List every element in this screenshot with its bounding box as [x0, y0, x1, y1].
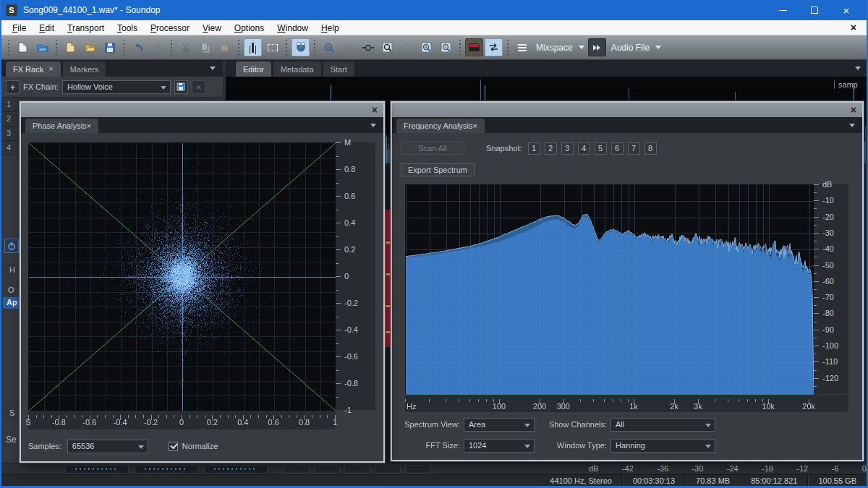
menu-bar: FileEditTransportToolsProcessorViewOptio… — [1, 20, 867, 35]
mixspace-icon-button[interactable] — [513, 38, 531, 56]
save-button[interactable] — [101, 38, 119, 56]
snapshot-button[interactable]: 5 — [595, 142, 607, 155]
phase-dialog-titlebar[interactable]: × — [21, 103, 383, 117]
mixspace-caret-icon[interactable] — [579, 46, 584, 49]
delete-fx-chain-button[interactable]: × — [192, 80, 205, 94]
tab-frequency-analysis[interactable]: Frequency Analysis × — [396, 119, 485, 133]
tab-fx-rack[interactable]: FX Rack × — [6, 61, 61, 77]
snapshot-button[interactable]: 6 — [611, 142, 624, 155]
minimize-button[interactable] — [767, 0, 799, 20]
hidden-selected-item-fragment[interactable]: Ap — [3, 297, 19, 309]
toolbar-separator — [171, 40, 172, 56]
hidden-panel-tab-fragment-2[interactable]: S — [3, 406, 19, 419]
window-type-select[interactable]: Hanning — [610, 439, 715, 453]
zoom-full-button[interactable] — [378, 38, 396, 56]
transport-button[interactable] — [405, 465, 431, 474]
copy-button[interactable] — [196, 38, 214, 56]
panel-menu-caret-icon[interactable] — [210, 67, 216, 70]
tab-editor[interactable]: Editor — [236, 61, 271, 77]
snapshot-button[interactable]: 7 — [628, 142, 640, 155]
hidden-list-item-fragment[interactable]: O — [3, 286, 17, 294]
spectrum-view-select[interactable]: Area — [464, 418, 535, 432]
tab-frequency-analysis-close-icon[interactable]: × — [472, 121, 477, 130]
audio-file-icon-button[interactable] — [588, 38, 606, 56]
maximize-button[interactable] — [799, 0, 830, 20]
tab-fx-rack-close-icon[interactable]: × — [48, 65, 53, 73]
selection-time-box[interactable] — [65, 465, 129, 474]
freq-dialog-titlebar[interactable]: × — [392, 103, 862, 117]
close-button[interactable]: × — [830, 0, 862, 20]
redo-button[interactable] — [148, 38, 166, 56]
hidden-panel-tab-fragment[interactable]: H — [3, 263, 19, 276]
axis-tick-label: -100 — [822, 341, 838, 350]
mixspace-label[interactable]: Mixspace — [536, 43, 573, 53]
fft-size-select[interactable]: 1024 — [464, 439, 535, 453]
editor-panel-menu-caret-icon[interactable] — [855, 67, 861, 70]
transport-button[interactable] — [344, 465, 370, 474]
tab-start[interactable]: Start — [323, 61, 354, 77]
zoom-out-button[interactable] — [437, 38, 455, 56]
open-project-button[interactable] — [81, 38, 99, 56]
snapshot-button[interactable]: 3 — [561, 142, 574, 155]
snapshot-button[interactable]: 8 — [644, 142, 657, 155]
new-project-icon — [66, 42, 75, 53]
menu-item[interactable]: View — [196, 22, 228, 35]
menu-item[interactable]: Transport — [61, 22, 111, 35]
left-panel-tabs: FX Rack × Markers — [1, 60, 223, 77]
tab-metadata[interactable]: Metadata — [273, 61, 321, 77]
fx-power-button[interactable] — [4, 239, 19, 253]
menu-item[interactable]: Window — [271, 22, 315, 35]
undo-button[interactable] — [129, 38, 147, 56]
zoom-reset-button[interactable] — [398, 38, 416, 56]
normalize-checkbox[interactable] — [169, 442, 178, 451]
menu-item[interactable]: Tools — [111, 22, 144, 35]
phase-dialog-close-button[interactable]: × — [372, 105, 378, 115]
new-project-button[interactable] — [61, 38, 80, 56]
transport-button[interactable] — [375, 465, 401, 474]
zoom-in-selection-button[interactable] — [320, 38, 338, 56]
transport-button[interactable] — [314, 465, 340, 474]
samples-select[interactable]: 65536 — [67, 440, 148, 453]
snapshot-button[interactable]: 4 — [578, 142, 590, 155]
tab-phase-analysis-close-icon[interactable]: × — [87, 121, 91, 130]
cut-button[interactable] — [176, 38, 195, 56]
zoom-horizontal-button[interactable] — [359, 38, 377, 56]
zoom-in-button[interactable] — [417, 38, 435, 56]
zoom-out-selection-button[interactable] — [339, 38, 357, 56]
show-channels-select[interactable]: All — [610, 418, 715, 432]
sync-toggle-button[interactable] — [485, 38, 503, 56]
export-spectrum-button[interactable]: Export Spectrum — [401, 163, 475, 176]
menu-item[interactable]: Options — [228, 22, 271, 35]
time-selection-tool-button[interactable] — [244, 38, 262, 56]
meter-scale-label: 0 — [862, 464, 867, 473]
snap-toggle-button[interactable] — [292, 38, 310, 56]
save-fx-chain-button[interactable] — [174, 80, 188, 94]
menu-item[interactable]: Help — [315, 22, 346, 35]
tab-phase-analysis[interactable]: Phase Analysis × — [25, 119, 98, 133]
audio-file-label[interactable]: Audio File — [611, 43, 650, 53]
tab-markers[interactable]: Markers — [63, 61, 106, 77]
snapshot-button[interactable]: 2 — [545, 142, 557, 155]
audio-file-caret-icon[interactable] — [655, 46, 661, 49]
fx-chain-select[interactable]: Hollow Voice — [62, 80, 171, 94]
freq-dialog-close-button[interactable]: × — [851, 105, 856, 115]
spectral-view-button[interactable] — [465, 38, 483, 56]
document-close-button[interactable]: × — [845, 22, 862, 33]
selection-time-box[interactable] — [204, 465, 268, 474]
menu-item[interactable]: Processor — [144, 22, 196, 35]
new-file-button[interactable] — [14, 38, 32, 56]
open-file-button[interactable] — [33, 38, 51, 56]
scan-all-button[interactable]: Scan All — [401, 142, 464, 155]
transport-button[interactable] — [284, 465, 310, 474]
menu-item[interactable]: File — [6, 22, 33, 35]
menu-item[interactable]: Edit — [33, 22, 61, 35]
phase-dialog-menu-caret-icon[interactable] — [370, 124, 376, 127]
snapshot-button[interactable]: 1 — [528, 142, 540, 155]
add-fx-chain-button[interactable]: + — [6, 80, 20, 94]
axis-tick-label: 200 — [533, 402, 546, 411]
paste-button[interactable] — [216, 38, 234, 56]
selection-time-box[interactable] — [135, 465, 198, 474]
marquee-selection-tool-button[interactable] — [263, 38, 281, 56]
freq-dialog-menu-caret-icon[interactable] — [849, 124, 855, 127]
save-fx-chain-icon — [176, 82, 185, 91]
